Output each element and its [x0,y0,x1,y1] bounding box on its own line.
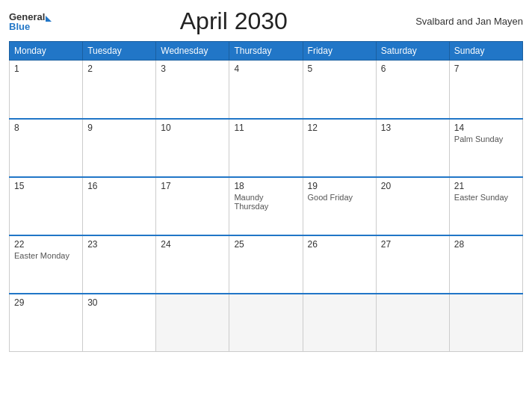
col-monday: Monday [10,42,83,61]
page: General Blue April 2030 Svalbard and Jan… [0,0,532,411]
day-event: Easter Sunday [454,193,518,202]
day-number: 20 [381,181,445,191]
calendar-week-row: 15161718Maundy Thursday19Good Friday2021… [10,177,523,235]
day-number: 1 [14,64,78,74]
table-row: 21Easter Sunday [449,177,522,235]
table-row: 27 [376,235,449,294]
day-event: Easter Monday [14,251,78,260]
table-row: 26 [303,235,376,294]
table-row: 30 [83,294,156,352]
logo-blue-text: Blue [9,22,30,31]
calendar-week-row: 22Easter Monday232425262728 [10,235,523,294]
day-number: 13 [381,123,445,133]
day-number: 22 [14,239,78,250]
day-number: 21 [454,181,518,191]
day-number: 19 [308,181,371,191]
table-row: 23 [83,235,156,294]
day-number: 28 [454,239,518,250]
calendar-week-row: 891011121314Palm Sunday [10,119,523,177]
table-row: 7 [449,61,522,119]
day-number: 17 [161,181,224,191]
table-row: 24 [156,235,229,294]
day-event: Good Friday [308,193,371,202]
table-row: 12 [303,119,376,177]
day-number: 18 [234,181,297,191]
table-row: 9 [83,119,156,177]
day-number: 30 [87,297,151,308]
table-row: 20 [376,177,449,235]
day-number: 8 [14,123,78,133]
day-number: 7 [454,64,518,74]
table-row [303,294,376,352]
table-row: 11 [229,119,303,177]
day-number: 4 [234,64,297,74]
table-row [229,294,303,352]
day-number: 10 [161,123,224,133]
day-number: 24 [161,239,224,250]
col-friday: Friday [303,42,376,61]
day-event: Maundy Thursday [234,193,297,211]
col-sunday: Sunday [449,42,522,61]
day-number: 6 [381,64,445,74]
table-row: 5 [303,61,376,119]
table-row: 19Good Friday [303,177,376,235]
table-row: 10 [156,119,229,177]
table-row: 18Maundy Thursday [229,177,303,235]
table-row: 2 [83,61,156,119]
table-row: 13 [376,119,449,177]
col-saturday: Saturday [376,42,449,61]
calendar-week-row: 2930 [10,294,523,352]
logo-triangle-icon [46,16,52,22]
table-row [156,294,229,352]
table-row: 29 [10,294,83,352]
day-number: 29 [14,297,78,308]
day-number: 2 [87,64,151,74]
header: General Blue April 2030 Svalbard and Jan… [9,7,523,35]
day-event: Palm Sunday [454,135,518,143]
table-row [449,294,522,352]
day-number: 12 [308,123,371,133]
table-row: 3 [156,61,229,119]
day-number: 25 [234,239,297,250]
table-row: 17 [156,177,229,235]
logo: General Blue [9,12,52,31]
table-row: 6 [376,61,449,119]
table-row: 1 [10,61,83,119]
col-tuesday: Tuesday [83,42,156,61]
table-row: 25 [229,235,303,294]
day-number: 11 [234,123,297,133]
day-number: 3 [161,64,224,74]
region-label: Svalbard and Jan Mayen [415,16,523,27]
day-number: 27 [381,239,445,250]
table-row [376,294,449,352]
day-number: 16 [87,181,151,191]
day-number: 26 [308,239,371,250]
month-title: April 2030 [52,7,415,35]
calendar-header-row: Monday Tuesday Wednesday Thursday Friday… [10,42,523,61]
col-thursday: Thursday [229,42,303,61]
logo-general-text: General [9,12,45,22]
day-number: 5 [308,64,371,74]
day-number: 9 [87,123,151,133]
table-row: 15 [10,177,83,235]
table-row: 28 [449,235,522,294]
calendar-table: Monday Tuesday Wednesday Thursday Friday… [9,41,523,352]
table-row: 16 [83,177,156,235]
col-wednesday: Wednesday [156,42,229,61]
day-number: 23 [87,239,151,250]
table-row: 14Palm Sunday [449,119,522,177]
day-number: 15 [14,181,78,191]
table-row: 8 [10,119,83,177]
table-row: 4 [229,61,303,119]
table-row: 22Easter Monday [10,235,83,294]
calendar-week-row: 1234567 [10,61,523,119]
day-number: 14 [454,123,518,133]
